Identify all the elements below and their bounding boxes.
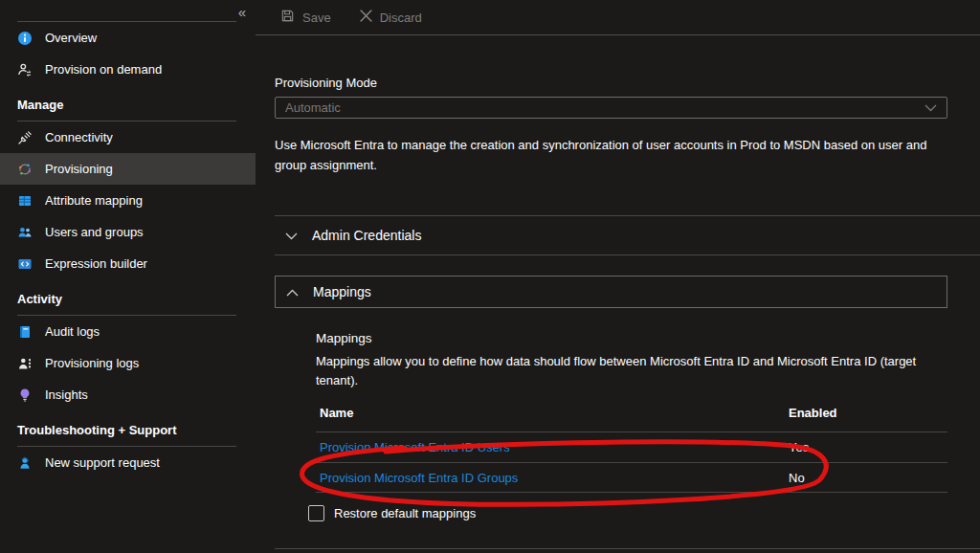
sidebar-item-label: Insights bbox=[45, 387, 88, 402]
chevron-down-icon bbox=[285, 229, 298, 243]
mapping-link-groups[interactable]: Provision Microsoft Entra ID Groups bbox=[320, 471, 789, 485]
discard-button[interactable]: Discard bbox=[360, 10, 422, 25]
close-icon bbox=[360, 10, 372, 25]
sidebar-item-label: Expression builder bbox=[45, 256, 147, 271]
restore-default-mappings-checkbox[interactable] bbox=[308, 505, 324, 521]
content-area: Provisioning Mode Automatic Use Microsof… bbox=[256, 76, 980, 549]
mappings-table-header: Name Enabled bbox=[316, 398, 947, 431]
save-button[interactable]: Save bbox=[280, 9, 331, 26]
mapping-enabled-value: No bbox=[789, 471, 951, 485]
person-log-icon bbox=[17, 356, 33, 371]
sidebar-item-label: Attribute mapping bbox=[45, 193, 143, 208]
sync-icon bbox=[17, 162, 33, 177]
column-header-name: Name bbox=[320, 406, 789, 420]
main-panel: Save Discard Provisioning Mode Automatic… bbox=[256, 0, 980, 553]
sidebar-collapse-button[interactable]: « bbox=[238, 4, 246, 20]
column-header-enabled: Enabled bbox=[789, 406, 951, 420]
sidebar-item-provision-on-demand[interactable]: Provision on demand bbox=[0, 54, 256, 85]
sidebar-item-label: Overview bbox=[45, 31, 97, 45]
sidebar-item-label: Connectivity bbox=[45, 130, 113, 144]
sidebar-item-users-and-groups[interactable]: Users and groups bbox=[0, 216, 256, 248]
mappings-table: Name Enabled Provision Microsoft Entra I… bbox=[316, 398, 947, 493]
mapping-enabled-value: Yes bbox=[789, 440, 951, 454]
mappings-section-header[interactable]: Mappings bbox=[275, 276, 947, 308]
plug-icon bbox=[17, 130, 33, 145]
provisioning-mode-select[interactable]: Automatic bbox=[275, 97, 947, 119]
sidebar-item-label: New support request bbox=[45, 455, 160, 470]
sidebar-section-header-troubleshooting: Troubleshooting + Support bbox=[0, 410, 256, 446]
sidebar-item-label: Provision on demand bbox=[45, 62, 162, 77]
sidebar-item-expression-builder[interactable]: Expression builder bbox=[0, 248, 256, 279]
sidebar-item-new-support-request[interactable]: New support request bbox=[0, 447, 256, 478]
section-divider bbox=[275, 254, 980, 255]
restore-default-mappings-label: Restore default mappings bbox=[334, 506, 476, 520]
sidebar-section-header-manage: Manage bbox=[0, 85, 256, 121]
command-bar: Save Discard bbox=[256, 0, 980, 35]
code-icon bbox=[17, 256, 33, 272]
sidebar-item-provisioning-logs[interactable]: Provisioning logs bbox=[0, 347, 256, 379]
chevron-up-icon bbox=[286, 285, 299, 299]
sidebar-section-header-activity: Activity bbox=[0, 279, 256, 315]
table-row: Provision Microsoft Entra ID Users Yes bbox=[316, 431, 947, 462]
sidebar-item-overview[interactable]: Overview bbox=[0, 22, 256, 54]
table-icon bbox=[17, 193, 33, 209]
support-person-icon bbox=[17, 455, 33, 471]
sidebar-item-insights[interactable]: Insights bbox=[0, 379, 256, 410]
book-icon bbox=[17, 324, 33, 340]
provisioning-page: « Overview Provision on demand Manage Co… bbox=[0, 0, 980, 553]
sidebar-item-connectivity[interactable]: Connectivity bbox=[0, 122, 256, 153]
person-sync-icon bbox=[17, 62, 33, 77]
bottom-divider bbox=[275, 548, 980, 549]
info-icon bbox=[17, 31, 33, 46]
mappings-section-label: Mappings bbox=[313, 284, 371, 299]
chevron-down-icon bbox=[924, 100, 937, 115]
sidebar-item-label: Provisioning logs bbox=[45, 356, 139, 370]
sidebar-item-provisioning[interactable]: Provisioning bbox=[0, 153, 256, 185]
provisioning-description: Use Microsoft Entra to manage the creati… bbox=[275, 135, 945, 175]
admin-credentials-label: Admin Credentials bbox=[312, 228, 421, 243]
save-icon bbox=[280, 9, 295, 26]
discard-label: Discard bbox=[380, 11, 422, 25]
lightbulb-icon bbox=[17, 387, 33, 403]
mapping-link-users[interactable]: Provision Microsoft Entra ID Users bbox=[320, 440, 789, 454]
table-row: Provision Microsoft Entra ID Groups No bbox=[316, 462, 947, 493]
mappings-content: Mappings Mappings allow you to define ho… bbox=[316, 331, 947, 521]
provisioning-mode-label: Provisioning Mode bbox=[275, 76, 980, 90]
mappings-description: Mappings allow you to define how data sh… bbox=[316, 352, 936, 390]
sidebar-item-audit-logs[interactable]: Audit logs bbox=[0, 316, 256, 347]
admin-credentials-header[interactable]: Admin Credentials bbox=[275, 216, 980, 254]
sidebar-item-attribute-mapping[interactable]: Attribute mapping bbox=[0, 185, 256, 216]
provisioning-mode-value: Automatic bbox=[285, 100, 341, 115]
sidebar-item-label: Users and groups bbox=[45, 225, 144, 239]
restore-default-mappings-row: Restore default mappings bbox=[308, 505, 947, 521]
save-label: Save bbox=[302, 11, 331, 25]
sidebar: « Overview Provision on demand Manage Co… bbox=[0, 0, 256, 553]
people-icon bbox=[17, 225, 33, 240]
sidebar-item-label: Provisioning bbox=[45, 162, 113, 176]
sidebar-item-label: Audit logs bbox=[45, 324, 100, 339]
mappings-title: Mappings bbox=[316, 331, 947, 345]
